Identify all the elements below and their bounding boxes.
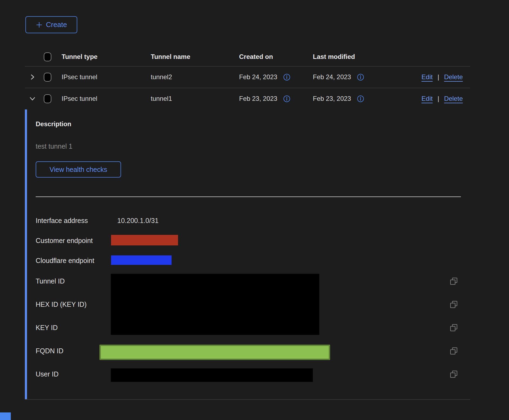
row-checkbox-tunnel2[interactable] bbox=[44, 73, 51, 82]
tunnel-name-value: tunnel1 bbox=[151, 88, 172, 109]
user-id-label: User ID bbox=[36, 370, 59, 378]
row-select-cell bbox=[44, 66, 52, 88]
info-icon[interactable] bbox=[357, 95, 364, 102]
cloudflare-endpoint-label: Cloudflare endpoint bbox=[36, 256, 94, 265]
copy-hex-id-button[interactable] bbox=[450, 300, 458, 309]
copy-tunnel-id-button[interactable] bbox=[450, 277, 458, 285]
panel-bottom-border bbox=[25, 399, 470, 400]
last-modified-cell: Feb 23, 2023 bbox=[313, 88, 364, 109]
panel-divider bbox=[36, 196, 461, 197]
last-modified-value: Feb 24, 2023 bbox=[313, 73, 351, 81]
edit-link-tunnel1[interactable]: Edit bbox=[421, 95, 433, 102]
info-icon[interactable] bbox=[283, 95, 290, 102]
tunnel-type-value: IPsec tunnel bbox=[62, 88, 97, 109]
tunnels-page: Create Tunnel type Tunnel name Created o… bbox=[0, 0, 509, 420]
info-icon[interactable] bbox=[283, 74, 290, 81]
row-checkbox-tunnel1[interactable] bbox=[44, 94, 51, 103]
delete-link-tunnel2[interactable]: Delete bbox=[444, 73, 463, 81]
created-on-cell: Feb 23, 2023 bbox=[239, 88, 290, 109]
hex-id-label: HEX ID (KEY ID) bbox=[36, 300, 86, 308]
expand-toggle-tunnel2[interactable] bbox=[29, 66, 36, 88]
copy-icon bbox=[450, 300, 458, 309]
copy-icon bbox=[450, 347, 458, 355]
created-on-cell: Feb 24, 2023 bbox=[239, 66, 290, 88]
tunnel-name-value: tunnel2 bbox=[151, 66, 172, 88]
table-row-tunnel2: IPsec tunnel tunnel2 Feb 24, 2023 Feb 24… bbox=[25, 66, 470, 88]
last-modified-value: Feb 23, 2023 bbox=[313, 95, 351, 102]
copy-icon bbox=[450, 324, 458, 332]
customer-endpoint-label: Customer endpoint bbox=[36, 236, 93, 245]
last-modified-cell: Feb 24, 2023 bbox=[313, 66, 364, 88]
edit-link-tunnel2[interactable]: Edit bbox=[421, 73, 433, 81]
plus-icon bbox=[36, 21, 43, 28]
header-last-modified: Last modified bbox=[313, 47, 355, 66]
row-select-cell bbox=[44, 88, 52, 109]
info-icon[interactable] bbox=[357, 74, 364, 81]
row-actions: Edit | Delete bbox=[421, 88, 463, 109]
key-id-label: KEY ID bbox=[36, 324, 58, 332]
row-actions: Edit | Delete bbox=[421, 66, 463, 88]
create-button[interactable]: Create bbox=[25, 16, 77, 33]
action-separator: | bbox=[437, 95, 439, 102]
header-tunnel-name: Tunnel name bbox=[151, 47, 190, 66]
delete-link-tunnel1[interactable]: Delete bbox=[444, 95, 463, 102]
interface-address-value: 10.200.1.0/31 bbox=[117, 216, 159, 225]
select-all-checkbox[interactable] bbox=[44, 52, 51, 61]
table-row-tunnel1: IPsec tunnel tunnel1 Feb 23, 2023 Feb 23… bbox=[25, 88, 470, 109]
chevron-down-icon bbox=[29, 95, 36, 102]
interface-address-label: Interface address bbox=[36, 216, 88, 225]
fqdn-id-label: FQDN ID bbox=[36, 347, 63, 355]
copy-fqdn-id-button[interactable] bbox=[450, 346, 458, 355]
action-separator: | bbox=[437, 73, 439, 81]
copy-user-id-button[interactable] bbox=[450, 370, 458, 378]
copy-icon bbox=[450, 277, 458, 285]
header-created-on: Created on bbox=[239, 47, 273, 66]
bottom-left-accent-strip bbox=[0, 412, 11, 420]
description-value: test tunnel 1 bbox=[36, 142, 72, 150]
customer-endpoint-redacted-value bbox=[111, 235, 178, 245]
tunnel-id-label: Tunnel ID bbox=[36, 277, 65, 285]
copy-icon bbox=[450, 370, 458, 378]
table-header-row: Tunnel type Tunnel name Created on Last … bbox=[25, 47, 470, 66]
cloudflare-endpoint-redacted-value bbox=[111, 255, 172, 265]
chevron-right-icon bbox=[29, 73, 36, 81]
view-health-checks-label: View health checks bbox=[49, 166, 107, 174]
expand-toggle-tunnel1[interactable] bbox=[29, 88, 36, 109]
create-button-label: Create bbox=[46, 21, 67, 29]
fqdn-id-redacted-value bbox=[99, 345, 330, 360]
tunnel-type-value: IPsec tunnel bbox=[62, 66, 97, 88]
expanded-row-accent-bar bbox=[25, 109, 27, 399]
select-all-cell bbox=[44, 47, 52, 66]
copy-key-id-button[interactable] bbox=[450, 323, 458, 332]
header-tunnel-type: Tunnel type bbox=[62, 47, 98, 66]
view-health-checks-button[interactable]: View health checks bbox=[36, 161, 121, 178]
ids-redacted-values bbox=[111, 274, 319, 335]
created-on-value: Feb 23, 2023 bbox=[239, 95, 277, 102]
created-on-value: Feb 24, 2023 bbox=[239, 73, 277, 81]
description-label: Description bbox=[36, 120, 71, 128]
user-id-redacted-value bbox=[111, 368, 313, 382]
